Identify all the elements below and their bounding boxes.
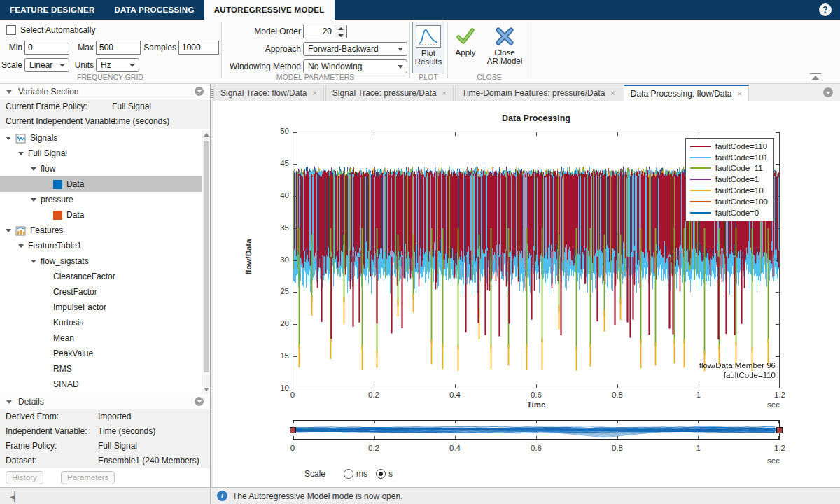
scale-ms-radio[interactable]: ms <box>344 469 368 479</box>
details-button-history[interactable]: History <box>6 471 43 484</box>
tree-scrollbar[interactable] <box>202 130 210 394</box>
tree-item-peakvalue[interactable]: PeakValue <box>0 346 202 361</box>
units-label: Units <box>73 58 94 72</box>
model-order-input[interactable] <box>303 24 335 38</box>
plot-results-button[interactable]: Plot Results <box>412 22 444 74</box>
legend-entry: faultCode=110 <box>690 141 768 152</box>
panner[interactable] <box>293 420 780 440</box>
details-button-parameters[interactable]: Parameters <box>61 471 115 484</box>
info-row: Independent Variable:Time (seconds) <box>0 424 210 439</box>
y-tick-label: 20 <box>264 319 289 328</box>
tree-item-signals[interactable]: Signals <box>0 130 202 146</box>
legend-line-swatch <box>690 157 711 158</box>
close-ar-model-button[interactable]: Close AR Model <box>484 22 525 74</box>
tree-item-data[interactable]: Data <box>0 207 202 223</box>
tree-caret-icon[interactable] <box>18 152 24 155</box>
toolstrip-tab-feature-designer[interactable]: FEATURE DESIGNER <box>0 0 105 20</box>
tree-caret-icon[interactable] <box>31 260 36 263</box>
spinner-down-icon[interactable] <box>335 32 346 39</box>
y-tick-label: 45 <box>264 159 289 167</box>
tree-caret-icon[interactable] <box>18 244 24 248</box>
collapse-panel-icon[interactable]: ◂▏ <box>10 491 22 502</box>
document-tab-signal-trace-flow-data[interactable]: Signal Trace: flow/Data× <box>214 85 324 101</box>
tree-item-featuretable1[interactable]: FeatureTable1 <box>0 238 202 253</box>
tree-item-flow[interactable]: flow <box>0 161 202 176</box>
scrollbar-thumb[interactable] <box>204 141 209 372</box>
document-tab-signal-trace-pressure-data[interactable]: Signal Trace: pressure/Data× <box>326 85 454 101</box>
radio-icon[interactable] <box>376 469 386 479</box>
info-label: Current Frame Policy: <box>6 99 88 114</box>
scale-dropdown[interactable]: Linear <box>24 58 69 72</box>
close-tab-icon[interactable]: × <box>442 89 447 97</box>
document-tab-data-processing-flow-data[interactable]: Data Processing: flow/Data× <box>624 85 749 101</box>
radio-icon[interactable] <box>344 469 354 479</box>
approach-dropdown[interactable]: Forward-Backward <box>303 42 407 56</box>
tree-item-features[interactable]: Features <box>0 223 202 238</box>
tree-item-rms[interactable]: RMS <box>0 361 202 377</box>
tree-item-flow_sigstats[interactable]: flow_sigstats <box>0 253 202 269</box>
close-tab-icon[interactable]: × <box>312 89 316 97</box>
tree-item-data[interactable]: Data <box>0 176 202 192</box>
help-icon[interactable]: ? <box>819 4 832 16</box>
tree-item-kurtosis[interactable]: Kurtosis <box>0 315 202 330</box>
tree-caret-icon[interactable] <box>31 167 36 171</box>
tree-caret-icon[interactable] <box>6 229 11 232</box>
collapse-caret-icon[interactable] <box>6 90 12 94</box>
select-automatically-checkbox[interactable] <box>6 25 16 35</box>
panner-canvas[interactable] <box>293 421 779 439</box>
model-parameters-section-label: MODEL PARAMETERS <box>223 73 408 83</box>
tree-item-impulsefactor[interactable]: ImpulseFactor <box>0 300 202 315</box>
info-row: Frame Policy:Full Signal <box>0 439 210 454</box>
approach-dropdown-value: Forward-Backward <box>308 44 379 54</box>
close-ar-label-line1: Close <box>484 48 525 57</box>
info-value: Full Signal <box>112 99 151 114</box>
variable-section-header[interactable]: Variable Section <box>0 84 210 99</box>
tree-item-crestfactor[interactable]: CrestFactor <box>0 284 202 300</box>
section-menu-icon[interactable] <box>195 397 204 406</box>
tree-item-mean[interactable]: Mean <box>0 330 202 346</box>
tree-item-label: flow_sigstats <box>41 256 89 266</box>
windowing-method-dropdown[interactable]: No Windowing <box>303 59 407 74</box>
details-header[interactable]: Details <box>0 394 210 410</box>
tree-item-full signal[interactable]: Full Signal <box>0 146 202 161</box>
tree-item-label: Full Signal <box>28 148 67 158</box>
units-dropdown[interactable]: Hz <box>96 58 139 72</box>
max-input[interactable] <box>96 41 141 55</box>
plot-area[interactable]: faultCode=110faultCode=101faultCode=11fa… <box>293 132 780 388</box>
tree-item-clearancefactor[interactable]: ClearanceFactor <box>0 269 202 284</box>
close-tab-icon[interactable]: × <box>610 89 615 97</box>
tree-item-sinad[interactable]: SINAD <box>0 377 202 392</box>
toolstrip-tab-autoregressive-model[interactable]: AUTOREGRESSIVE MODEL <box>204 0 335 20</box>
collapse-ribbon-icon[interactable] <box>810 73 821 81</box>
document-tab-time-domain-features-pressure-data[interactable]: Time-Domain Features: pressure/Data× <box>455 85 622 101</box>
scroll-down-icon[interactable] <box>204 388 209 391</box>
select-automatically-label: Select Automatically <box>20 23 95 37</box>
tree-caret-icon[interactable] <box>31 198 36 202</box>
min-label: Min <box>3 41 22 55</box>
close-tab-icon[interactable]: × <box>738 90 742 98</box>
scale-s-radio[interactable]: s <box>376 469 393 479</box>
scroll-up-icon[interactable] <box>204 133 209 136</box>
tree-item-label: PeakValue <box>53 349 93 358</box>
toolstrip-tab-data-processing[interactable]: DATA PROCESSING <box>105 0 204 20</box>
samples-input[interactable] <box>178 41 219 55</box>
chart-title: Data Processing <box>293 113 780 123</box>
tree-item-pressure[interactable]: pressure <box>0 192 202 207</box>
section-menu-icon[interactable] <box>195 87 204 96</box>
y-tick-label: 50 <box>264 127 289 135</box>
panner-left-handle[interactable] <box>290 427 296 433</box>
legend-entry: faultCode=100 <box>690 196 768 207</box>
max-label: Max <box>73 41 94 55</box>
x-tick-label: 0.8 <box>603 391 631 399</box>
legend[interactable]: faultCode=110faultCode=101faultCode=11fa… <box>685 138 774 221</box>
spinner-up-icon[interactable] <box>335 25 346 32</box>
panner-right-handle[interactable] <box>776 427 783 433</box>
apply-button[interactable]: Apply <box>449 22 482 74</box>
model-order-spinner[interactable] <box>335 24 347 38</box>
collapse-caret-icon[interactable] <box>6 400 12 404</box>
tab-options-icon[interactable] <box>823 88 833 97</box>
min-input[interactable] <box>24 41 69 55</box>
tree-caret-icon[interactable] <box>6 136 11 140</box>
document-tab-label: Signal Trace: pressure/Data <box>332 88 437 98</box>
info-row: Current Independent Variable:Time (secon… <box>0 114 210 129</box>
